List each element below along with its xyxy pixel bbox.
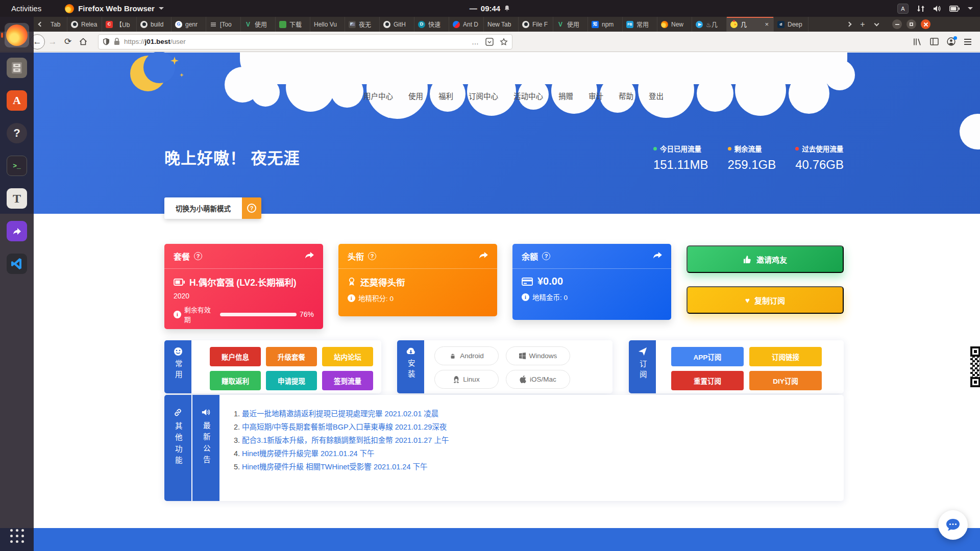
close-tab-button[interactable]: × — [764, 20, 770, 28]
dock-terminal[interactable]: >_ — [5, 154, 29, 178]
reset-subscription-button[interactable]: 重置订阅 — [671, 371, 744, 390]
earn-rebate-button[interactable]: 赚取返利 — [210, 371, 261, 390]
install-tab[interactable]: 安装 — [397, 340, 424, 393]
latest-news-tab[interactable]: 最新公告 — [192, 395, 219, 501]
activities-button[interactable]: Activities — [11, 4, 41, 13]
quick-actions-tab[interactable]: 常用 — [164, 340, 191, 393]
c-favicon: C — [106, 21, 113, 28]
sidebar-icon[interactable] — [930, 38, 939, 45]
browser-tab[interactable]: Tab — [47, 17, 67, 32]
bookmark-star-icon[interactable] — [500, 38, 508, 46]
save-to-pocket-icon[interactable] — [485, 38, 494, 46]
browser-tab[interactable]: [Too — [206, 17, 241, 32]
browser-tab-active[interactable]: 几 × — [727, 17, 774, 32]
share-icon[interactable] — [305, 252, 314, 260]
account-info-button[interactable]: 账户信息 — [210, 347, 261, 366]
share-icon[interactable] — [479, 252, 488, 260]
invite-friends-button[interactable]: 邀请鸡友 — [687, 245, 844, 273]
browser-tab[interactable]: Ant D — [449, 17, 484, 32]
scroll-tabs-left-button[interactable] — [34, 17, 47, 32]
browser-tab[interactable]: Relea — [67, 17, 102, 32]
checkin-traffic-button[interactable]: 签到流量 — [322, 371, 373, 390]
dock-ubuntu-software[interactable]: A — [5, 88, 29, 113]
account-button[interactable] — [947, 37, 955, 46]
new-tab-button[interactable]: + — [855, 20, 870, 29]
browser-tab[interactable]: New — [657, 17, 692, 32]
subscribe-link-button[interactable]: 订阅链接 — [749, 347, 822, 366]
browser-tab[interactable]: dDeep — [774, 17, 808, 32]
nav-help[interactable]: 帮助 — [619, 90, 633, 101]
announcement-link[interactable]: 最近一批地精邀請返利提現已提現處理完畢 2021.02.01 凌晨 — [242, 410, 438, 418]
browser-tab[interactable]: build — [137, 17, 172, 32]
nav-audit[interactable]: 审计 — [589, 90, 603, 101]
dock-share-app[interactable] — [5, 219, 29, 243]
subscribe-tab[interactable]: 订阅 — [629, 340, 656, 393]
dock-text-editor[interactable]: T — [5, 186, 29, 211]
share-icon[interactable] — [653, 252, 662, 260]
page-actions-button[interactable]: … — [472, 38, 479, 46]
forward-button[interactable]: → — [45, 34, 60, 49]
chat-support-button[interactable] — [938, 510, 968, 540]
browser-tab[interactable]: File F — [519, 17, 553, 32]
show-applications-button[interactable] — [8, 527, 26, 545]
browser-tab[interactable]: New Tab — [484, 17, 519, 32]
announcement-link[interactable]: 配合3.1新版本升級，所有餘額調整到抵扣金幣 2021.01.27 上午 — [242, 436, 449, 444]
reload-button[interactable]: ⟳ — [60, 34, 76, 49]
question-icon: ? — [247, 204, 256, 213]
browser-tab[interactable]: 夜无 — [345, 17, 380, 32]
library-icon[interactable] — [913, 38, 922, 46]
app-title-menu[interactable]: Firefox Web Browser — [65, 4, 164, 13]
forum-button[interactable]: 站内论坛 — [322, 347, 373, 366]
nav-donate[interactable]: 捐赠 — [558, 90, 573, 101]
minimize-button[interactable] — [892, 19, 902, 29]
browser-tab[interactable]: ♨几 — [692, 17, 727, 32]
nav-logout[interactable]: 登出 — [649, 90, 664, 101]
nav-welfare[interactable]: 福利 — [438, 90, 453, 101]
browser-tab[interactable]: 下载 — [276, 17, 310, 32]
close-window-button[interactable] — [921, 19, 930, 29]
url-bar[interactable]: https://j01.best/user … — [98, 34, 512, 49]
diy-subscribe-button[interactable]: DIY订阅 — [749, 371, 822, 390]
nav-usage[interactable]: 使用 — [408, 90, 423, 101]
dock-firefox[interactable] — [5, 23, 29, 47]
browser-tab[interactable]: Ggenr — [172, 17, 206, 32]
nav-user-center[interactable]: 用户中心 — [363, 90, 393, 101]
browser-tab[interactable]: D快速 — [414, 17, 449, 32]
linux-button[interactable]: Linux — [434, 370, 499, 389]
dock-help[interactable]: ? — [5, 121, 29, 145]
scroll-tabs-right-button[interactable] — [842, 22, 855, 26]
mode-toggle-button[interactable]: 切换为小萌新模式 ? — [164, 197, 261, 219]
home-button[interactable] — [76, 34, 91, 49]
menu-icon[interactable] — [964, 38, 972, 45]
dock-vscode[interactable] — [5, 252, 29, 276]
ios-mac-button[interactable]: iOS/Mac — [506, 370, 570, 389]
browser-tab[interactable]: GitH — [380, 17, 414, 32]
question-icon[interactable]: ? — [542, 252, 550, 260]
question-icon[interactable]: ? — [194, 252, 202, 260]
nav-activity-center[interactable]: 活动中心 — [513, 90, 543, 101]
browser-tab[interactable]: Hello Vu — [310, 17, 345, 32]
withdraw-button[interactable]: 申请提现 — [266, 371, 317, 390]
android-button[interactable]: Android — [434, 346, 499, 365]
mode-toggle-help-button[interactable]: ? — [242, 197, 261, 219]
announcement-link[interactable]: Hinet機房硬件升級 相關TWHinet受影響 2021.01.24 下午 — [242, 463, 427, 471]
browser-tab[interactable]: FB常用 — [623, 17, 657, 32]
announcement-link[interactable]: Hinet機房硬件升級完畢 2021.01.24 下午 — [242, 449, 374, 458]
dock-files[interactable] — [5, 56, 29, 80]
clock[interactable]: — 09:44 — [470, 4, 510, 13]
system-tray[interactable]: A — [897, 4, 973, 14]
browser-tab[interactable]: V使用 — [553, 17, 588, 32]
other-features-tab[interactable]: 其他功能 — [164, 395, 191, 501]
maximize-button[interactable] — [906, 19, 916, 29]
browser-tab[interactable]: C【Ub — [102, 17, 137, 32]
app-subscribe-button[interactable]: APP订阅 — [671, 347, 744, 366]
question-icon[interactable]: ? — [368, 252, 376, 260]
list-all-tabs-button[interactable] — [870, 23, 883, 26]
announcement-link[interactable]: 中高短期/中等長期套餐新增BGP入口華東專線 2021.01.29深夜 — [242, 423, 447, 431]
browser-tab[interactable]: V使用 — [241, 17, 276, 32]
browser-tab[interactable]: 知npm — [588, 17, 623, 32]
upgrade-plan-button[interactable]: 升级套餐 — [266, 347, 317, 366]
windows-button[interactable]: Windows — [506, 346, 570, 365]
copy-subscription-button[interactable]: ♥ 复制订阅 — [687, 286, 844, 314]
nav-subscribe-center[interactable]: 订阅中心 — [469, 90, 498, 101]
